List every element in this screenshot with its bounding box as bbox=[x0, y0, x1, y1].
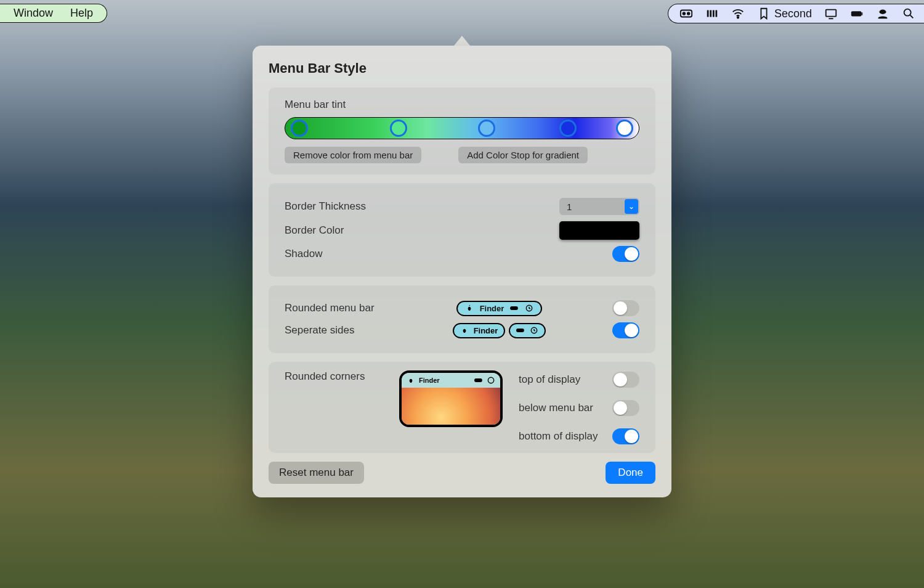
done-button[interactable]: Done bbox=[606, 462, 655, 484]
toggle-mini-icon bbox=[510, 304, 519, 312]
svg-point-7 bbox=[737, 17, 739, 18]
svg-rect-13 bbox=[510, 306, 518, 310]
corners-top-label: top of display bbox=[519, 374, 580, 386]
corners-bottom-label: bottom of display bbox=[519, 430, 598, 443]
svg-rect-5 bbox=[713, 10, 715, 17]
preview-app-label: Finder bbox=[474, 326, 498, 335]
gradient-stop[interactable] bbox=[390, 120, 407, 137]
wifi-icon[interactable] bbox=[731, 7, 745, 20]
apple-icon bbox=[460, 326, 469, 335]
border-color-label: Border Color bbox=[285, 224, 344, 237]
shadow-label: Shadow bbox=[285, 248, 322, 260]
svg-rect-10 bbox=[861, 12, 862, 15]
svg-point-18 bbox=[488, 377, 493, 383]
popover-arrow bbox=[454, 36, 470, 46]
border-color-swatch[interactable] bbox=[559, 221, 639, 240]
clock-mini-icon bbox=[487, 376, 495, 385]
clock-mini-icon bbox=[530, 326, 538, 335]
section-rounded: Rounded menu bar Finder Seperate sides F… bbox=[269, 285, 655, 353]
clock-mini-icon bbox=[525, 304, 533, 312]
border-thickness-value: 1 bbox=[567, 202, 572, 212]
rounded-corners-label: Rounded corners bbox=[285, 370, 383, 383]
toggle-mini-icon bbox=[516, 326, 525, 335]
svg-rect-3 bbox=[707, 10, 709, 17]
svg-rect-17 bbox=[474, 378, 482, 382]
remove-color-button[interactable]: Remove color from menu bar bbox=[285, 147, 421, 163]
search-icon[interactable] bbox=[902, 7, 915, 20]
gradient-stop[interactable] bbox=[559, 120, 577, 137]
panel-title: Menu Bar Style bbox=[269, 60, 655, 76]
user-silhouette-icon[interactable] bbox=[876, 7, 890, 20]
separate-sides-label: Seperate sides bbox=[285, 324, 386, 337]
rounded-preview: Finder bbox=[456, 301, 543, 316]
menu-window[interactable]: Window bbox=[14, 7, 53, 20]
status-second[interactable]: Second bbox=[757, 7, 812, 20]
bookmark-icon bbox=[757, 7, 771, 20]
menubar-right: Second bbox=[668, 4, 924, 23]
tint-gradient-bar[interactable] bbox=[285, 117, 639, 139]
separate-sides-toggle[interactable] bbox=[612, 322, 639, 338]
preview-app-label: Finder bbox=[419, 377, 440, 384]
vr-icon[interactable] bbox=[679, 7, 693, 20]
gradient-stop[interactable] bbox=[616, 120, 633, 137]
border-thickness-stepper[interactable]: 1 ⌄ bbox=[559, 198, 639, 215]
svg-point-1 bbox=[683, 12, 685, 15]
gradient-stop[interactable] bbox=[478, 120, 495, 137]
svg-rect-8 bbox=[826, 10, 837, 17]
rounded-menubar-toggle[interactable] bbox=[612, 300, 639, 316]
add-color-stop-button[interactable]: Add Color Stop for gradient bbox=[458, 147, 588, 163]
section-tint: Menu bar tint Remove color from menu bar… bbox=[269, 88, 655, 174]
svg-rect-15 bbox=[516, 329, 524, 332]
menubar-left: Window Help bbox=[0, 4, 107, 23]
svg-point-11 bbox=[880, 10, 886, 14]
gradient-stop[interactable] bbox=[291, 120, 308, 137]
menu-help[interactable]: Help bbox=[70, 7, 93, 20]
border-thickness-label: Border Thickness bbox=[285, 200, 366, 213]
reset-button[interactable]: Reset menu bar bbox=[269, 462, 364, 484]
svg-rect-6 bbox=[715, 10, 717, 17]
popover: Menu Bar Style Menu bar tint Remove colo… bbox=[253, 36, 671, 497]
menu-bar-style-panel: Menu Bar Style Menu bar tint Remove colo… bbox=[253, 46, 671, 497]
corners-below-toggle[interactable] bbox=[612, 400, 639, 416]
svg-rect-9 bbox=[851, 11, 862, 16]
corners-top-toggle[interactable] bbox=[612, 372, 639, 388]
shadow-toggle[interactable] bbox=[612, 246, 639, 262]
corners-bottom-toggle[interactable] bbox=[612, 428, 639, 444]
separate-preview: Finder bbox=[453, 323, 546, 338]
tint-label: Menu bar tint bbox=[285, 99, 639, 111]
corners-preview: Finder bbox=[399, 370, 503, 427]
section-corners: Rounded corners Finder bbox=[269, 362, 655, 453]
stepper-arrows-icon[interactable]: ⌄ bbox=[625, 199, 638, 214]
svg-point-12 bbox=[904, 9, 911, 16]
battery-bars-icon[interactable] bbox=[705, 7, 719, 20]
preview-app-label: Finder bbox=[480, 304, 505, 313]
apple-icon bbox=[407, 376, 415, 385]
apple-icon bbox=[465, 304, 474, 312]
corners-below-label: below menu bar bbox=[519, 402, 593, 414]
section-border: Border Thickness 1 ⌄ Border Color Shadow bbox=[269, 183, 655, 277]
toggle-mini-icon bbox=[474, 376, 483, 385]
rounded-menubar-label: Rounded menu bar bbox=[285, 302, 386, 314]
svg-point-2 bbox=[687, 12, 690, 15]
svg-rect-4 bbox=[710, 10, 711, 17]
status-second-label: Second bbox=[774, 7, 812, 20]
battery-icon[interactable] bbox=[850, 7, 864, 20]
display-icon[interactable] bbox=[824, 7, 838, 20]
